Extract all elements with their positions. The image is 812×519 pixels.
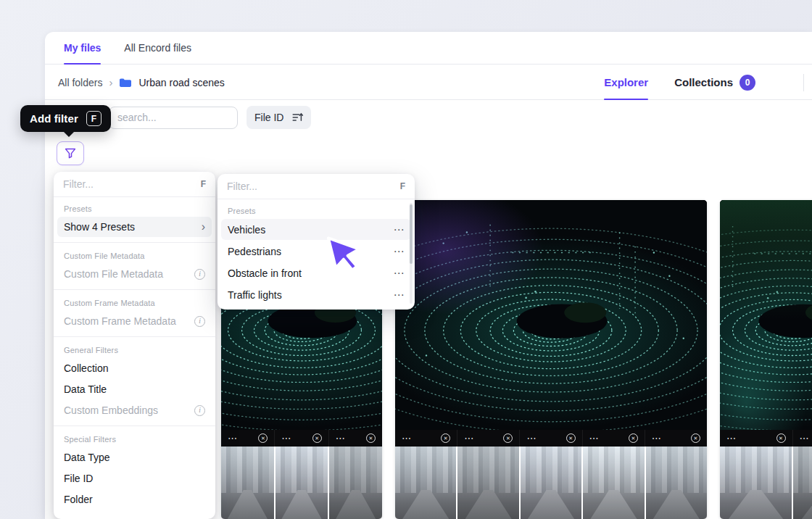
tooltip-pointer <box>64 132 74 142</box>
remove-icon[interactable]: ✕ <box>258 433 268 443</box>
camera-frame-thumbnail[interactable] <box>720 447 792 519</box>
camera-frame-thumbnail[interactable] <box>395 447 456 519</box>
menu-item-label: Collection <box>64 362 108 374</box>
menu-item-label: Folder <box>64 494 93 505</box>
menu-item-file-id[interactable]: File ID <box>57 468 212 489</box>
frame-toolbar-segment: ⋯✕ <box>395 430 457 447</box>
more-icon[interactable]: ⋯ <box>800 433 810 443</box>
camera-frame-thumbnail[interactable] <box>221 447 274 519</box>
add-filter-tooltip: Add filter F <box>20 105 111 132</box>
search-input[interactable] <box>117 112 229 123</box>
tab-all-encord-files-label: All Encord files <box>124 42 191 54</box>
remove-icon[interactable]: ✕ <box>366 433 376 443</box>
tab-explorer-label: Explorer <box>604 76 648 88</box>
preset-item-vehicles[interactable]: Vehicles ⋯ <box>221 219 411 240</box>
more-icon[interactable]: ⋯ <box>281 433 291 443</box>
more-icon[interactable]: ⋯ <box>464 433 474 443</box>
breadcrumb-all-folders[interactable]: All folders <box>58 77 102 88</box>
remove-icon[interactable]: ✕ <box>629 433 638 443</box>
tab-explorer[interactable]: Explorer <box>604 65 648 99</box>
camera-frame-thumbnail[interactable] <box>646 447 707 519</box>
menu-item-collection[interactable]: Collection <box>57 358 212 378</box>
menu-item-folder[interactable]: Folder <box>57 489 212 510</box>
camera-frame-thumbnail[interactable] <box>276 447 328 519</box>
frame-toolbar-segment: ⋯✕ <box>274 430 328 447</box>
section-header-special-filters: Special Filters <box>54 428 215 447</box>
more-icon[interactable]: ⋯ <box>336 433 346 443</box>
scrollbar-thumb[interactable] <box>410 204 413 264</box>
dataset-card[interactable]: ⋯✕ ⋯✕ ⋯✕ ⋯✕ ⋯✕ <box>395 200 707 519</box>
more-icon[interactable]: ⋯ <box>726 433 737 443</box>
menu-item-data-title[interactable]: Data Title <box>57 379 212 399</box>
sort-by-file-id-button[interactable]: File ID <box>246 106 311 129</box>
menu-item-label: File ID <box>64 473 93 484</box>
chevron-right-icon: › <box>109 76 112 88</box>
preset-item-traffic-lights[interactable]: Traffic lights ⋯ <box>221 284 411 305</box>
menu-item-label: Custom Embeddings <box>64 404 158 416</box>
frame-toolbar: ⋯✕ ⋯✕ ⋯✕ ⋯✕ ⋯✕ <box>395 430 707 447</box>
remove-icon[interactable]: ✕ <box>441 433 450 443</box>
info-icon: i <box>194 405 205 416</box>
remove-icon[interactable]: ✕ <box>503 433 513 443</box>
add-filter-button[interactable] <box>57 141 84 165</box>
chevron-right-icon: › <box>202 221 205 233</box>
camera-frame-thumbnail[interactable] <box>329 447 382 519</box>
camera-frame-strip <box>221 447 382 519</box>
toolbar: File ID <box>45 100 812 135</box>
section-header-custom-frame-metadata: Custom Frame Metadata <box>54 291 215 310</box>
remove-icon[interactable]: ✕ <box>691 433 700 443</box>
lidar-preview[interactable] <box>395 200 707 430</box>
presets-submenu: F Presets Vehicles ⋯ Pedestrians ⋯ Obsta… <box>218 174 415 310</box>
scrollbar-track[interactable] <box>410 203 413 304</box>
tab-collections[interactable]: Collections 0 <box>674 65 755 99</box>
more-icon[interactable]: ⋯ <box>228 433 238 443</box>
presets-search-input[interactable] <box>227 180 394 192</box>
more-icon[interactable]: ⋯ <box>394 267 405 278</box>
lidar-preview[interactable] <box>720 200 812 430</box>
camera-frame-thumbnail[interactable] <box>583 447 644 519</box>
search-box <box>109 107 238 129</box>
breadcrumb-current-folder: Urban road scenes <box>138 77 224 88</box>
remove-icon[interactable]: ✕ <box>776 433 786 443</box>
more-icon[interactable]: ⋯ <box>652 433 662 443</box>
menu-item-label: Data Type <box>64 452 110 463</box>
remove-icon[interactable]: ✕ <box>566 433 576 443</box>
preset-item-obstacle-in-front[interactable]: Obstacle in front ⋯ <box>221 262 411 283</box>
dataset-card[interactable]: ⋯✕ ⋯✕ <box>720 200 812 519</box>
preset-item-pedestrians[interactable]: Pedestrians ⋯ <box>221 241 411 262</box>
header-divider <box>803 74 804 91</box>
info-icon: i <box>194 316 205 327</box>
tab-my-files[interactable]: My files <box>64 32 101 64</box>
camera-frame-thumbnail[interactable] <box>457 447 518 519</box>
camera-frame-thumbnail[interactable] <box>793 447 812 519</box>
menu-item-data-type[interactable]: Data Type <box>57 447 212 468</box>
menu-divider <box>54 242 215 243</box>
more-icon[interactable]: ⋯ <box>394 289 405 300</box>
camera-frame-thumbnail[interactable] <box>521 447 581 519</box>
remove-icon[interactable]: ✕ <box>312 433 322 443</box>
camera-frame-strip <box>395 447 707 519</box>
more-icon[interactable]: ⋯ <box>394 224 405 235</box>
more-icon[interactable]: ⋯ <box>394 246 405 257</box>
frame-toolbar-segment: ⋯✕ <box>221 430 274 447</box>
more-icon[interactable]: ⋯ <box>589 433 600 443</box>
frame-toolbar-segment: ⋯✕ <box>457 430 519 447</box>
menu-divider <box>54 425 215 426</box>
preset-item-label: Pedestrians <box>228 246 281 257</box>
menu-item-label: Show 4 Presets <box>64 221 135 233</box>
more-icon[interactable]: ⋯ <box>526 433 536 443</box>
frame-toolbar: ⋯✕ ⋯✕ <box>720 430 812 447</box>
file-tabs-bar: My files All Encord files <box>45 32 812 65</box>
menu-item-show-presets[interactable]: Show 4 Presets › <box>57 217 212 237</box>
filter-menu-search-input[interactable] <box>63 178 195 190</box>
menu-item-custom-file-metadata[interactable]: Custom File Metadata i <box>57 264 212 284</box>
breadcrumb: All folders › Urban road scenes <box>58 76 225 88</box>
tab-collections-label: Collections <box>674 76 733 88</box>
frame-toolbar-segment: ⋯✕ <box>792 430 812 447</box>
menu-item-custom-embeddings[interactable]: Custom Embeddings i <box>57 400 212 420</box>
menu-item-label: Custom Frame Metadata <box>64 315 176 327</box>
sort-direction-icon[interactable] <box>292 112 303 123</box>
menu-item-custom-frame-metadata[interactable]: Custom Frame Metadata i <box>57 311 212 331</box>
more-icon[interactable]: ⋯ <box>402 433 412 443</box>
tab-all-encord-files[interactable]: All Encord files <box>124 32 191 64</box>
